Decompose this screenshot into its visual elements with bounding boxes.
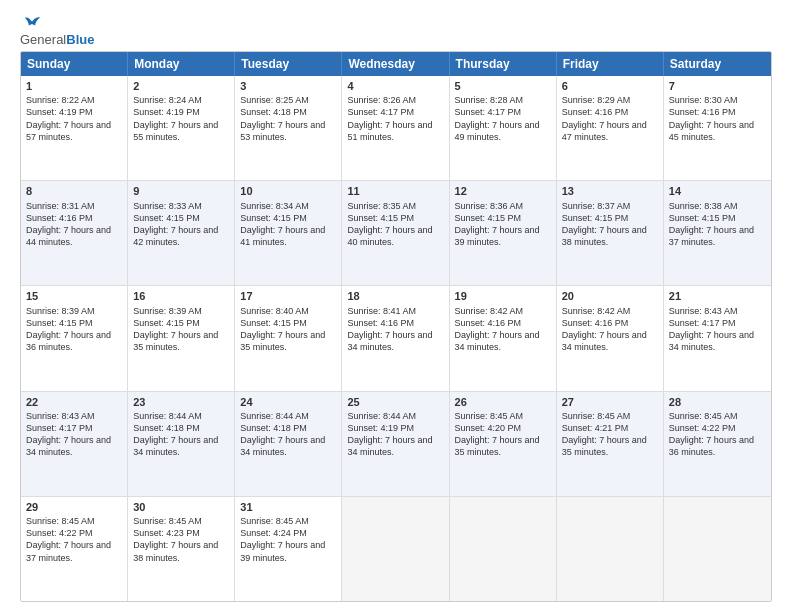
cal-cell-16: 16Sunrise: 8:39 AM Sunset: 4:15 PM Dayli… [128, 286, 235, 390]
day-number-26: 26 [455, 395, 551, 409]
cal-row-2: 15Sunrise: 8:39 AM Sunset: 4:15 PM Dayli… [21, 285, 771, 390]
cal-cell-9: 9Sunrise: 8:33 AM Sunset: 4:15 PM Daylig… [128, 181, 235, 285]
calendar-header: SundayMondayTuesdayWednesdayThursdayFrid… [21, 52, 771, 76]
cal-cell-8: 8Sunrise: 8:31 AM Sunset: 4:16 PM Daylig… [21, 181, 128, 285]
logo-text [20, 16, 42, 32]
cal-cell-4: 4Sunrise: 8:26 AM Sunset: 4:17 PM Daylig… [342, 76, 449, 180]
cal-cell-19: 19Sunrise: 8:42 AM Sunset: 4:16 PM Dayli… [450, 286, 557, 390]
cal-header-thursday: Thursday [450, 52, 557, 76]
cal-cell-info-22: Sunrise: 8:43 AM Sunset: 4:17 PM Dayligh… [26, 410, 122, 459]
cal-cell-6: 6Sunrise: 8:29 AM Sunset: 4:16 PM Daylig… [557, 76, 664, 180]
day-number-14: 14 [669, 184, 766, 198]
cal-cell-info-1: Sunrise: 8:22 AM Sunset: 4:19 PM Dayligh… [26, 94, 122, 143]
day-number-31: 31 [240, 500, 336, 514]
page: General Blue SundayMondayTuesdayWednesda… [0, 0, 792, 612]
cal-cell-info-23: Sunrise: 8:44 AM Sunset: 4:18 PM Dayligh… [133, 410, 229, 459]
logo-general-label: General [20, 32, 66, 47]
cal-header-saturday: Saturday [664, 52, 771, 76]
cal-cell-2: 2Sunrise: 8:24 AM Sunset: 4:19 PM Daylig… [128, 76, 235, 180]
cal-cell-24: 24Sunrise: 8:44 AM Sunset: 4:18 PM Dayli… [235, 392, 342, 496]
cal-cell-info-14: Sunrise: 8:38 AM Sunset: 4:15 PM Dayligh… [669, 200, 766, 249]
cal-row-0: 1Sunrise: 8:22 AM Sunset: 4:19 PM Daylig… [21, 76, 771, 180]
cal-cell-empty [342, 497, 449, 601]
cal-row-4: 29Sunrise: 8:45 AM Sunset: 4:22 PM Dayli… [21, 496, 771, 601]
cal-cell-empty [450, 497, 557, 601]
day-number-8: 8 [26, 184, 122, 198]
cal-cell-info-4: Sunrise: 8:26 AM Sunset: 4:17 PM Dayligh… [347, 94, 443, 143]
day-number-7: 7 [669, 79, 766, 93]
cal-cell-13: 13Sunrise: 8:37 AM Sunset: 4:15 PM Dayli… [557, 181, 664, 285]
cal-cell-info-29: Sunrise: 8:45 AM Sunset: 4:22 PM Dayligh… [26, 515, 122, 564]
cal-cell-10: 10Sunrise: 8:34 AM Sunset: 4:15 PM Dayli… [235, 181, 342, 285]
cal-cell-14: 14Sunrise: 8:38 AM Sunset: 4:15 PM Dayli… [664, 181, 771, 285]
cal-cell-info-5: Sunrise: 8:28 AM Sunset: 4:17 PM Dayligh… [455, 94, 551, 143]
day-number-3: 3 [240, 79, 336, 93]
cal-cell-1: 1Sunrise: 8:22 AM Sunset: 4:19 PM Daylig… [21, 76, 128, 180]
day-number-25: 25 [347, 395, 443, 409]
day-number-11: 11 [347, 184, 443, 198]
cal-cell-27: 27Sunrise: 8:45 AM Sunset: 4:21 PM Dayli… [557, 392, 664, 496]
cal-cell-info-2: Sunrise: 8:24 AM Sunset: 4:19 PM Dayligh… [133, 94, 229, 143]
logo: General Blue [20, 16, 94, 47]
header: General Blue [20, 16, 772, 47]
cal-cell-info-31: Sunrise: 8:45 AM Sunset: 4:24 PM Dayligh… [240, 515, 336, 564]
day-number-23: 23 [133, 395, 229, 409]
cal-cell-21: 21Sunrise: 8:43 AM Sunset: 4:17 PM Dayli… [664, 286, 771, 390]
day-number-21: 21 [669, 289, 766, 303]
cal-row-3: 22Sunrise: 8:43 AM Sunset: 4:17 PM Dayli… [21, 391, 771, 496]
cal-cell-22: 22Sunrise: 8:43 AM Sunset: 4:17 PM Dayli… [21, 392, 128, 496]
cal-cell-info-25: Sunrise: 8:44 AM Sunset: 4:19 PM Dayligh… [347, 410, 443, 459]
cal-cell-15: 15Sunrise: 8:39 AM Sunset: 4:15 PM Dayli… [21, 286, 128, 390]
day-number-15: 15 [26, 289, 122, 303]
cal-cell-28: 28Sunrise: 8:45 AM Sunset: 4:22 PM Dayli… [664, 392, 771, 496]
cal-header-tuesday: Tuesday [235, 52, 342, 76]
cal-cell-7: 7Sunrise: 8:30 AM Sunset: 4:16 PM Daylig… [664, 76, 771, 180]
day-number-17: 17 [240, 289, 336, 303]
cal-cell-20: 20Sunrise: 8:42 AM Sunset: 4:16 PM Dayli… [557, 286, 664, 390]
cal-cell-info-26: Sunrise: 8:45 AM Sunset: 4:20 PM Dayligh… [455, 410, 551, 459]
cal-cell-info-18: Sunrise: 8:41 AM Sunset: 4:16 PM Dayligh… [347, 305, 443, 354]
cal-cell-info-19: Sunrise: 8:42 AM Sunset: 4:16 PM Dayligh… [455, 305, 551, 354]
calendar-body: 1Sunrise: 8:22 AM Sunset: 4:19 PM Daylig… [21, 76, 771, 601]
cal-cell-info-15: Sunrise: 8:39 AM Sunset: 4:15 PM Dayligh… [26, 305, 122, 354]
day-number-4: 4 [347, 79, 443, 93]
cal-cell-info-17: Sunrise: 8:40 AM Sunset: 4:15 PM Dayligh… [240, 305, 336, 354]
cal-cell-info-20: Sunrise: 8:42 AM Sunset: 4:16 PM Dayligh… [562, 305, 658, 354]
cal-cell-17: 17Sunrise: 8:40 AM Sunset: 4:15 PM Dayli… [235, 286, 342, 390]
logo-blue-label: Blue [66, 32, 94, 47]
cal-cell-18: 18Sunrise: 8:41 AM Sunset: 4:16 PM Dayli… [342, 286, 449, 390]
day-number-18: 18 [347, 289, 443, 303]
cal-header-wednesday: Wednesday [342, 52, 449, 76]
calendar: SundayMondayTuesdayWednesdayThursdayFrid… [20, 51, 772, 602]
cal-cell-25: 25Sunrise: 8:44 AM Sunset: 4:19 PM Dayli… [342, 392, 449, 496]
cal-cell-12: 12Sunrise: 8:36 AM Sunset: 4:15 PM Dayli… [450, 181, 557, 285]
logo-bird-icon [22, 16, 42, 32]
day-number-1: 1 [26, 79, 122, 93]
cal-cell-info-12: Sunrise: 8:36 AM Sunset: 4:15 PM Dayligh… [455, 200, 551, 249]
day-number-9: 9 [133, 184, 229, 198]
cal-cell-empty [557, 497, 664, 601]
cal-cell-5: 5Sunrise: 8:28 AM Sunset: 4:17 PM Daylig… [450, 76, 557, 180]
day-number-22: 22 [26, 395, 122, 409]
cal-header-friday: Friday [557, 52, 664, 76]
cal-cell-info-27: Sunrise: 8:45 AM Sunset: 4:21 PM Dayligh… [562, 410, 658, 459]
day-number-6: 6 [562, 79, 658, 93]
cal-cell-info-28: Sunrise: 8:45 AM Sunset: 4:22 PM Dayligh… [669, 410, 766, 459]
day-number-19: 19 [455, 289, 551, 303]
cal-row-1: 8Sunrise: 8:31 AM Sunset: 4:16 PM Daylig… [21, 180, 771, 285]
cal-cell-info-21: Sunrise: 8:43 AM Sunset: 4:17 PM Dayligh… [669, 305, 766, 354]
day-number-28: 28 [669, 395, 766, 409]
day-number-20: 20 [562, 289, 658, 303]
day-number-24: 24 [240, 395, 336, 409]
day-number-12: 12 [455, 184, 551, 198]
day-number-30: 30 [133, 500, 229, 514]
cal-cell-info-13: Sunrise: 8:37 AM Sunset: 4:15 PM Dayligh… [562, 200, 658, 249]
cal-cell-info-7: Sunrise: 8:30 AM Sunset: 4:16 PM Dayligh… [669, 94, 766, 143]
cal-cell-info-8: Sunrise: 8:31 AM Sunset: 4:16 PM Dayligh… [26, 200, 122, 249]
day-number-29: 29 [26, 500, 122, 514]
cal-cell-info-6: Sunrise: 8:29 AM Sunset: 4:16 PM Dayligh… [562, 94, 658, 143]
cal-cell-11: 11Sunrise: 8:35 AM Sunset: 4:15 PM Dayli… [342, 181, 449, 285]
cal-cell-29: 29Sunrise: 8:45 AM Sunset: 4:22 PM Dayli… [21, 497, 128, 601]
day-number-10: 10 [240, 184, 336, 198]
cal-cell-empty [664, 497, 771, 601]
